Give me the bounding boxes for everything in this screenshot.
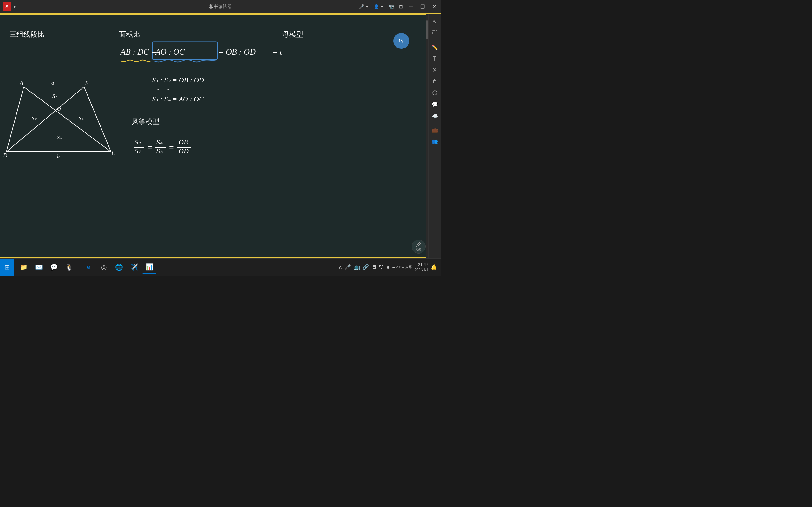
close-button[interactable]: ✕ xyxy=(430,3,438,10)
svg-text:S₂: S₂ xyxy=(135,147,142,155)
taskbar-wechat[interactable]: 💬 xyxy=(47,260,61,274)
qq-icon: 🐧 xyxy=(65,263,73,271)
taskbar-tray: ∧ 🎤 📺 🔗 🖥 🛡 ♠ ☁ 21°C 大雾 21:47 2024/1/1 🔔 xyxy=(339,262,441,273)
app-icon-area: S ▼ xyxy=(3,2,16,11)
taskbar-sep xyxy=(79,262,79,273)
restore-button[interactable]: ❐ xyxy=(418,3,426,10)
tray-expand[interactable]: ∧ xyxy=(339,264,342,270)
user-control[interactable]: 👤 ▼ xyxy=(374,4,384,9)
app-icon: S xyxy=(3,2,11,11)
canvas-area[interactable]: 三组线段比 面积比 母模型 主讲 AB : DC = AO : OC = OB … xyxy=(0,14,428,258)
briefcase-tool-btn[interactable]: 💼 xyxy=(430,125,440,135)
page-counter-text: 0/0 xyxy=(416,248,421,251)
start-icon: ⊞ xyxy=(4,263,10,271)
formula-area-ratio: S₁ : S₂ = OB : OD ↓ ↓ S₁ : S₄ = AO : OC xyxy=(152,71,241,112)
app-menu-arrow[interactable]: ▼ xyxy=(13,4,16,9)
taskbar-edge[interactable]: e xyxy=(82,260,96,274)
right-toolbar: ↖ ✏️ T ✕ 🗑 💬 ☁️ 💼 👥 xyxy=(428,14,441,258)
section-title-kite: 风筝模型 xyxy=(132,117,159,126)
avatar: 主讲 xyxy=(393,33,409,49)
svg-text:b: b xyxy=(57,154,60,159)
title-bar: S ▼ 🎤 ▼ 👤 ▼ 📷 ⊞ 板书编辑器 ─ ❐ ✕ xyxy=(0,0,441,14)
feishu-icon: ✈️ xyxy=(131,263,138,271)
tray-mic[interactable]: 🎤 xyxy=(345,264,351,270)
svg-text:C: C xyxy=(112,150,116,156)
svg-text:OD: OD xyxy=(179,147,189,155)
formula-kite: S₁ S₂ = S₄ S₃ = OB OD xyxy=(132,134,227,166)
tray-display[interactable]: 📺 xyxy=(354,264,360,270)
svg-text:S₄: S₄ xyxy=(156,138,163,146)
toolbar-sep-2 xyxy=(430,123,439,123)
taskbar-items: 📁 ✉️ 💬 🐧 e ◎ 🌐 ✈️ 📊 xyxy=(14,260,339,274)
wechat-icon: 💬 xyxy=(50,263,58,271)
app1-icon: 📊 xyxy=(146,263,154,271)
clock-time: 21:47 xyxy=(415,262,428,268)
svg-text:S₁: S₁ xyxy=(52,93,57,99)
mail-icon: ✉️ xyxy=(35,263,43,271)
window-title: 板书编辑器 xyxy=(209,4,232,9)
canvas-scrollbar[interactable] xyxy=(426,14,428,258)
svg-text:= a : b: = a : b xyxy=(272,47,282,56)
taskbar-app1[interactable]: 📊 xyxy=(142,260,156,274)
svg-text:↓: ↓ xyxy=(157,85,159,91)
grid-control[interactable]: ⊞ xyxy=(399,4,403,9)
mic-arrow: ▼ xyxy=(365,5,368,9)
svg-text:S₁: S₁ xyxy=(135,138,141,146)
circle-tool-btn[interactable] xyxy=(430,88,440,98)
svg-marker-20 xyxy=(6,87,111,152)
edge-icon: e xyxy=(87,264,90,271)
svg-text:S₂: S₂ xyxy=(32,115,37,121)
taskbar-qq[interactable]: 🐧 xyxy=(62,260,76,274)
minimize-button[interactable]: ─ xyxy=(407,3,415,10)
svg-text:S₄: S₄ xyxy=(79,115,84,121)
notification-icon[interactable]: 🔔 xyxy=(431,264,437,270)
delete-tool-btn[interactable]: ✕ xyxy=(430,65,440,75)
window-controls: ─ ❐ ✕ xyxy=(407,3,438,10)
tray-monitor[interactable]: 🖥 xyxy=(371,264,376,270)
taskbar-feishu[interactable]: ✈️ xyxy=(127,260,141,274)
grid-icon: ⊞ xyxy=(399,4,403,9)
diagram-quadrilateral: A B C D a b O S₁ S₂ S₃ S₄ xyxy=(3,72,124,171)
pen-tool-btn[interactable]: ✏️ xyxy=(430,42,440,52)
svg-text:a: a xyxy=(51,80,54,86)
svg-text:=: = xyxy=(148,143,152,152)
floating-btn-icon: 🖊 xyxy=(416,242,421,247)
taskbar-chrome[interactable]: ◎ xyxy=(97,260,111,274)
cursor-tool-btn[interactable]: ↖ xyxy=(430,16,440,26)
camera-control[interactable]: 📷 xyxy=(389,4,394,9)
text-tool-btn[interactable]: T xyxy=(430,54,440,64)
page-counter-btn[interactable]: 🖊 0/0 xyxy=(412,239,426,253)
scrollbar-thumb[interactable] xyxy=(426,20,428,39)
toolbar-sep-1 xyxy=(430,40,439,40)
speech-tool-btn[interactable]: 💬 xyxy=(430,99,440,109)
svg-text:OB: OB xyxy=(179,138,188,146)
browser2-icon: 🌐 xyxy=(115,263,123,271)
file-explorer-icon: 📁 xyxy=(20,263,28,271)
section-title-center: 面积比 xyxy=(119,30,140,39)
taskbar-clock[interactable]: 21:47 2024/1/1 xyxy=(415,262,428,273)
svg-text:O: O xyxy=(57,106,61,112)
taskbar-file-explorer[interactable]: 📁 xyxy=(16,260,31,274)
tray-link[interactable]: 🔗 xyxy=(362,264,369,270)
taskbar-browser2[interactable]: 🌐 xyxy=(112,260,126,274)
start-button[interactable]: ⊞ xyxy=(0,259,14,276)
select-tool-btn[interactable] xyxy=(430,28,440,38)
trash-tool-btn[interactable]: 🗑 xyxy=(430,76,440,87)
svg-text:AO : OC: AO : OC xyxy=(155,47,185,56)
taskbar-mail[interactable]: ✉️ xyxy=(32,260,46,274)
svg-text:↓: ↓ xyxy=(167,85,170,91)
user-arrow: ▼ xyxy=(380,5,384,9)
svg-text:=: = xyxy=(169,143,174,152)
cloud-tool-btn[interactable]: ☁️ xyxy=(430,111,440,121)
select-icon xyxy=(432,30,438,36)
camera-icon: 📷 xyxy=(389,4,394,9)
tray-shield[interactable]: 🛡 xyxy=(379,264,384,270)
chrome-icon: ◎ xyxy=(101,263,107,271)
svg-point-35 xyxy=(433,91,437,95)
tray-spades[interactable]: ♠ xyxy=(387,264,390,270)
people-tool-btn[interactable]: 👥 xyxy=(430,136,440,147)
taskbar: ⊞ 📁 ✉️ 💬 🐧 e ◎ 🌐 ✈️ 📊 ∧ 🎤 xyxy=(0,258,441,276)
mic-control[interactable]: 🎤 ▼ xyxy=(359,4,368,9)
section-title-right: 母模型 xyxy=(282,30,303,39)
svg-text:B: B xyxy=(85,80,89,87)
